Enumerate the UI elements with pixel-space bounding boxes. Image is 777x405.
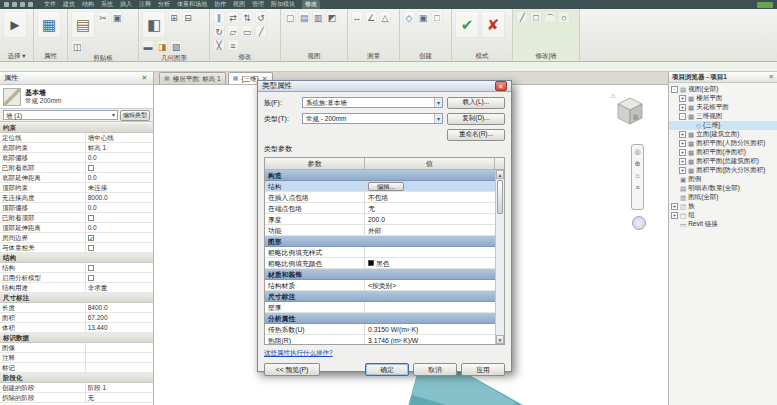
- draw-line-icon[interactable]: ╱: [516, 11, 528, 23]
- browser-item[interactable]: ▤明细表/数量(全部): [669, 184, 777, 193]
- ribbon-panel-label[interactable]: 创建: [403, 50, 448, 61]
- join-geometry-icon[interactable]: ⊞: [168, 11, 180, 23]
- scrollbar-thumb[interactable]: [497, 180, 503, 214]
- preview-button[interactable]: << 预览(P): [264, 363, 320, 376]
- property-row[interactable]: 创建的阶段阶段 1: [0, 383, 153, 393]
- type-param-row[interactable]: 功能外部: [265, 225, 495, 236]
- tree-expander[interactable]: +: [671, 212, 678, 219]
- type-param-row[interactable]: 结构材质<按类别>: [265, 280, 495, 291]
- linework-icon[interactable]: ▥: [312, 11, 324, 23]
- browser-item[interactable]: +▦面积平面(防火分区面积): [669, 166, 777, 175]
- demolish-icon[interactable]: ▬: [142, 40, 154, 52]
- tree-expander[interactable]: -: [671, 86, 678, 93]
- ribbon-tab[interactable]: 体量和场地: [177, 0, 207, 9]
- checkbox[interactable]: [88, 215, 94, 221]
- ribbon-tab[interactable]: 注释: [139, 0, 151, 9]
- ribbon-tab[interactable]: 插入: [120, 0, 132, 9]
- browser-item[interactable]: ▥图纸(全部): [669, 193, 777, 202]
- rotate-ccw-icon[interactable]: ↺: [255, 11, 267, 23]
- draw-circle-icon[interactable]: ○: [558, 11, 570, 23]
- tree-expander[interactable]: +: [679, 149, 686, 156]
- checkbox[interactable]: [88, 265, 94, 271]
- ribbon-panel-label[interactable]: 属性: [37, 50, 64, 61]
- ribbon-tab[interactable]: 建筑: [63, 0, 75, 9]
- tree-expander[interactable]: +: [679, 140, 686, 147]
- property-row[interactable]: 底部约束标高 1: [0, 143, 153, 153]
- override-graphics-icon[interactable]: ▤: [298, 11, 310, 23]
- copy-icon[interactable]: ▣: [111, 11, 123, 23]
- property-row[interactable]: 注释: [0, 353, 153, 363]
- edit-type-button[interactable]: 编辑类型: [120, 110, 150, 121]
- paint-icon[interactable]: ◨: [156, 40, 168, 52]
- ribbon-tab[interactable]: 附加模块: [271, 0, 295, 9]
- type-param-row[interactable]: 粗略比例填充颜色黑色: [265, 258, 495, 269]
- mirror-icon[interactable]: ▱: [227, 25, 239, 37]
- displace-icon[interactable]: ◩: [326, 11, 338, 23]
- browser-item[interactable]: +▦立面(建筑立面): [669, 130, 777, 139]
- project-browser-header[interactable]: 项目浏览器 - 项目1 ✕: [669, 72, 777, 83]
- family-select[interactable]: 系统族:基本墙▾: [302, 97, 443, 108]
- tree-expander[interactable]: +: [671, 203, 678, 210]
- undo-icon[interactable]: [12, 2, 17, 7]
- modify-arrow-icon[interactable]: ►: [3, 11, 27, 38]
- browser-item[interactable]: +◫族: [669, 202, 777, 211]
- cut-geometry-icon[interactable]: ◧: [142, 11, 166, 38]
- full-navigation-wheel-icon[interactable]: ◎: [634, 148, 640, 156]
- print-icon[interactable]: [28, 2, 33, 7]
- type-param-group-header[interactable]: 分析属性: [265, 313, 495, 324]
- hide-icon[interactable]: ▢: [284, 11, 296, 23]
- cancel-edit-icon[interactable]: ✘: [481, 11, 505, 38]
- close-icon[interactable]: ✕: [140, 74, 149, 82]
- type-param-row[interactable]: 在插入点包络不包络: [265, 192, 495, 203]
- property-row[interactable]: 长度8400.0: [0, 303, 153, 313]
- checkbox[interactable]: [88, 165, 94, 171]
- ribbon-panel-label[interactable]: 修改|墙: [516, 50, 576, 61]
- checkbox[interactable]: ✔: [88, 235, 94, 241]
- ribbon-tab[interactable]: 视图: [233, 0, 245, 9]
- type-param-row[interactable]: 传热系数(U)0.3150 W/(m²·K): [265, 324, 495, 335]
- property-row[interactable]: 标记: [0, 363, 153, 373]
- properties-palette-header[interactable]: 属性 ✕: [0, 72, 153, 85]
- browser-item[interactable]: -▦三维视图: [669, 112, 777, 121]
- properties-icon[interactable]: ▦: [37, 11, 61, 38]
- property-row[interactable]: 已附着顶部: [0, 213, 153, 223]
- property-row[interactable]: 顶部偏移0.0: [0, 203, 153, 213]
- edit-structure-button[interactable]: 编辑...: [368, 182, 404, 191]
- type-param-row[interactable]: 粗略比例填充样式: [265, 247, 495, 258]
- move-icon[interactable]: ⇅: [241, 11, 253, 23]
- rename-button[interactable]: 重命名(R)...: [447, 129, 505, 141]
- property-group-header[interactable]: 标识数据: [0, 333, 153, 343]
- tree-expander[interactable]: +: [679, 167, 686, 174]
- property-row[interactable]: 无连接高度8000.0: [0, 193, 153, 203]
- tree-expander[interactable]: -: [679, 113, 686, 120]
- browser-item[interactable]: +▦楼层平面: [669, 94, 777, 103]
- array-icon[interactable]: ▭: [241, 25, 253, 37]
- cancel-button[interactable]: 取消: [413, 363, 457, 376]
- zoom-icon[interactable]: ⌂: [635, 172, 639, 180]
- viewcube[interactable]: 前 ⌂: [610, 90, 650, 130]
- type-param-group-header[interactable]: 尺寸标注: [265, 291, 495, 302]
- property-row[interactable]: 与体量相关: [0, 243, 153, 253]
- angle-icon[interactable]: ∠: [365, 11, 377, 23]
- ribbon-panel-label[interactable]: 选择 ▾: [3, 50, 30, 61]
- property-row[interactable]: 底部延伸距离0.0: [0, 173, 153, 183]
- property-row[interactable]: 定位线墙中心线: [0, 133, 153, 143]
- match-type-icon[interactable]: ◫: [71, 40, 83, 52]
- align-icon[interactable]: ∥: [213, 11, 225, 23]
- redo-icon[interactable]: [20, 2, 25, 7]
- steering-wheel-icon[interactable]: [632, 216, 646, 230]
- dialog-close-button[interactable]: ✕: [495, 81, 507, 91]
- draw-rect-icon[interactable]: □: [530, 11, 542, 23]
- browser-item[interactable]: +▦面积平面(总建筑面积): [669, 157, 777, 166]
- scroll-down-icon[interactable]: ▼: [496, 335, 504, 344]
- browser-item[interactable]: ▭Revit 链接: [669, 220, 777, 229]
- ribbon-panel-label[interactable]: 测量: [351, 50, 396, 61]
- wall-joins-icon[interactable]: ⊟: [182, 11, 194, 23]
- ribbon-panel-label[interactable]: 剪贴板: [71, 52, 135, 63]
- split-face-icon[interactable]: ▧: [170, 40, 182, 52]
- tree-expander[interactable]: +: [679, 131, 686, 138]
- checkbox[interactable]: [88, 245, 94, 251]
- ribbon-tab[interactable]: 分析: [158, 0, 170, 9]
- what-do-these-properties-do-link[interactable]: 这些属性执行什么操作?: [264, 349, 333, 358]
- browser-item[interactable]: +▢组: [669, 211, 777, 220]
